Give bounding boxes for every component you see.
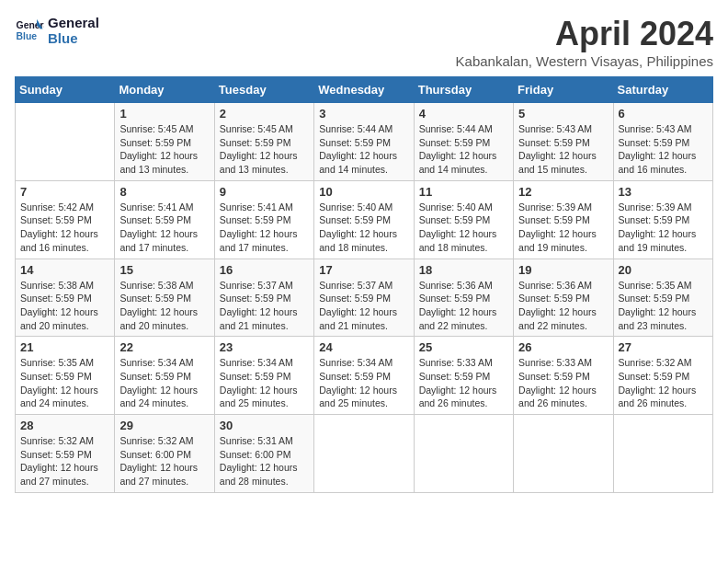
day-number: 13 xyxy=(619,185,708,199)
day-info: Sunrise: 5:31 AMSunset: 6:00 PMDaylight:… xyxy=(220,434,309,488)
day-number: 18 xyxy=(419,263,508,277)
day-number: 23 xyxy=(220,340,309,354)
calendar-cell: 17Sunrise: 5:37 AMSunset: 5:59 PMDayligh… xyxy=(314,259,414,337)
day-number: 25 xyxy=(419,340,508,354)
calendar-cell: 2Sunrise: 5:45 AMSunset: 5:59 PMDaylight… xyxy=(214,103,313,181)
calendar-cell: 26Sunrise: 5:33 AMSunset: 5:59 PMDayligh… xyxy=(514,337,613,415)
calendar-cell: 24Sunrise: 5:34 AMSunset: 5:59 PMDayligh… xyxy=(314,337,414,415)
day-number: 3 xyxy=(319,107,408,121)
calendar-cell xyxy=(514,415,613,493)
day-number: 10 xyxy=(319,185,408,199)
calendar-cell xyxy=(613,415,712,493)
calendar-cell: 18Sunrise: 5:36 AMSunset: 5:59 PMDayligh… xyxy=(414,259,513,337)
calendar-cell: 1Sunrise: 5:45 AMSunset: 5:59 PMDaylight… xyxy=(115,103,214,181)
day-info: Sunrise: 5:43 AMSunset: 5:59 PMDaylight:… xyxy=(619,122,708,177)
logo-line1: General xyxy=(48,15,99,30)
page-header: General Blue General Blue April 2024 Kab… xyxy=(15,15,713,69)
calendar-cell: 11Sunrise: 5:40 AMSunset: 5:59 PMDayligh… xyxy=(414,180,513,259)
day-info: Sunrise: 5:44 AMSunset: 5:59 PMDaylight:… xyxy=(419,122,508,177)
calendar-header-row: SundayMondayTuesdayWednesdayThursdayFrid… xyxy=(16,77,713,103)
day-info: Sunrise: 5:34 AMSunset: 5:59 PMDaylight:… xyxy=(119,356,209,410)
day-number: 2 xyxy=(220,107,309,121)
day-number: 19 xyxy=(518,263,608,277)
day-number: 7 xyxy=(20,185,109,199)
column-header-tuesday: Tuesday xyxy=(214,77,313,103)
day-info: Sunrise: 5:37 AMSunset: 5:59 PMDaylight:… xyxy=(319,279,408,333)
calendar-cell: 6Sunrise: 5:43 AMSunset: 5:59 PMDaylight… xyxy=(613,103,712,181)
calendar-cell: 5Sunrise: 5:43 AMSunset: 5:59 PMDaylight… xyxy=(514,103,613,181)
day-number: 12 xyxy=(518,185,608,199)
calendar-cell: 25Sunrise: 5:33 AMSunset: 5:59 PMDayligh… xyxy=(414,337,513,415)
day-info: Sunrise: 5:38 AMSunset: 5:59 PMDaylight:… xyxy=(119,279,209,333)
calendar-cell xyxy=(314,415,414,493)
day-number: 17 xyxy=(319,263,408,277)
day-number: 6 xyxy=(619,107,708,121)
day-info: Sunrise: 5:34 AMSunset: 5:59 PMDaylight:… xyxy=(220,356,309,410)
day-number: 21 xyxy=(20,340,109,354)
day-info: Sunrise: 5:34 AMSunset: 5:59 PMDaylight:… xyxy=(319,356,408,410)
day-info: Sunrise: 5:38 AMSunset: 5:59 PMDaylight:… xyxy=(20,279,109,333)
day-number: 20 xyxy=(619,263,708,277)
logo-line2: Blue xyxy=(48,30,99,46)
day-number: 14 xyxy=(20,263,109,277)
logo-icon: General Blue xyxy=(15,16,44,45)
calendar-cell: 4Sunrise: 5:44 AMSunset: 5:59 PMDaylight… xyxy=(414,103,513,181)
day-info: Sunrise: 5:39 AMSunset: 5:59 PMDaylight:… xyxy=(518,201,608,255)
svg-text:Blue: Blue xyxy=(17,31,38,41)
day-info: Sunrise: 5:33 AMSunset: 5:59 PMDaylight:… xyxy=(518,356,608,410)
calendar-cell: 10Sunrise: 5:40 AMSunset: 5:59 PMDayligh… xyxy=(314,180,414,259)
column-header-saturday: Saturday xyxy=(613,77,712,103)
day-info: Sunrise: 5:32 AMSunset: 5:59 PMDaylight:… xyxy=(619,356,708,410)
calendar-cell: 22Sunrise: 5:34 AMSunset: 5:59 PMDayligh… xyxy=(115,337,214,415)
calendar-cell: 7Sunrise: 5:42 AMSunset: 5:59 PMDaylight… xyxy=(16,180,115,259)
calendar-cell xyxy=(414,415,513,493)
day-info: Sunrise: 5:44 AMSunset: 5:59 PMDaylight:… xyxy=(319,122,408,177)
day-number: 16 xyxy=(220,263,309,277)
month-title: April 2024 xyxy=(456,15,713,53)
day-number: 1 xyxy=(119,107,209,121)
calendar-week-row: 14Sunrise: 5:38 AMSunset: 5:59 PMDayligh… xyxy=(16,259,713,337)
calendar-cell: 15Sunrise: 5:38 AMSunset: 5:59 PMDayligh… xyxy=(115,259,214,337)
calendar-cell: 30Sunrise: 5:31 AMSunset: 6:00 PMDayligh… xyxy=(214,415,313,493)
calendar-cell: 20Sunrise: 5:35 AMSunset: 5:59 PMDayligh… xyxy=(613,259,712,337)
day-info: Sunrise: 5:45 AMSunset: 5:59 PMDaylight:… xyxy=(119,122,209,177)
calendar-cell: 19Sunrise: 5:36 AMSunset: 5:59 PMDayligh… xyxy=(514,259,613,337)
day-info: Sunrise: 5:32 AMSunset: 6:00 PMDaylight:… xyxy=(119,434,209,488)
calendar-week-row: 28Sunrise: 5:32 AMSunset: 5:59 PMDayligh… xyxy=(16,415,713,493)
calendar-week-row: 21Sunrise: 5:35 AMSunset: 5:59 PMDayligh… xyxy=(16,337,713,415)
calendar-cell: 9Sunrise: 5:41 AMSunset: 5:59 PMDaylight… xyxy=(214,180,313,259)
day-info: Sunrise: 5:35 AMSunset: 5:59 PMDaylight:… xyxy=(619,279,708,333)
calendar-cell: 28Sunrise: 5:32 AMSunset: 5:59 PMDayligh… xyxy=(16,415,115,493)
column-header-friday: Friday xyxy=(514,77,613,103)
calendar-cell: 14Sunrise: 5:38 AMSunset: 5:59 PMDayligh… xyxy=(16,259,115,337)
day-number: 24 xyxy=(319,340,408,354)
day-number: 4 xyxy=(419,107,508,121)
calendar-cell: 29Sunrise: 5:32 AMSunset: 6:00 PMDayligh… xyxy=(115,415,214,493)
day-info: Sunrise: 5:36 AMSunset: 5:59 PMDaylight:… xyxy=(419,279,508,333)
day-number: 8 xyxy=(119,185,209,199)
day-info: Sunrise: 5:36 AMSunset: 5:59 PMDaylight:… xyxy=(518,279,608,333)
calendar-cell: 3Sunrise: 5:44 AMSunset: 5:59 PMDaylight… xyxy=(314,103,414,181)
day-info: Sunrise: 5:37 AMSunset: 5:59 PMDaylight:… xyxy=(220,279,309,333)
day-info: Sunrise: 5:35 AMSunset: 5:59 PMDaylight:… xyxy=(20,356,109,410)
location: Kabankalan, Western Visayas, Philippines xyxy=(456,53,713,69)
calendar-cell: 8Sunrise: 5:41 AMSunset: 5:59 PMDaylight… xyxy=(115,180,214,259)
logo: General Blue General Blue xyxy=(15,15,99,46)
calendar-week-row: 1Sunrise: 5:45 AMSunset: 5:59 PMDaylight… xyxy=(16,103,713,181)
day-number: 15 xyxy=(119,263,209,277)
day-number: 26 xyxy=(518,340,608,354)
day-info: Sunrise: 5:42 AMSunset: 5:59 PMDaylight:… xyxy=(20,201,109,255)
calendar-cell: 27Sunrise: 5:32 AMSunset: 5:59 PMDayligh… xyxy=(613,337,712,415)
day-info: Sunrise: 5:32 AMSunset: 5:59 PMDaylight:… xyxy=(20,434,109,488)
day-info: Sunrise: 5:40 AMSunset: 5:59 PMDaylight:… xyxy=(419,201,508,255)
column-header-wednesday: Wednesday xyxy=(314,77,414,103)
calendar-cell: 23Sunrise: 5:34 AMSunset: 5:59 PMDayligh… xyxy=(214,337,313,415)
calendar-cell xyxy=(16,103,115,181)
day-number: 9 xyxy=(220,185,309,199)
calendar-cell: 13Sunrise: 5:39 AMSunset: 5:59 PMDayligh… xyxy=(613,180,712,259)
column-header-sunday: Sunday xyxy=(16,77,115,103)
day-number: 11 xyxy=(419,185,508,199)
calendar-week-row: 7Sunrise: 5:42 AMSunset: 5:59 PMDaylight… xyxy=(16,180,713,259)
day-info: Sunrise: 5:41 AMSunset: 5:59 PMDaylight:… xyxy=(220,201,309,255)
day-number: 27 xyxy=(619,340,708,354)
